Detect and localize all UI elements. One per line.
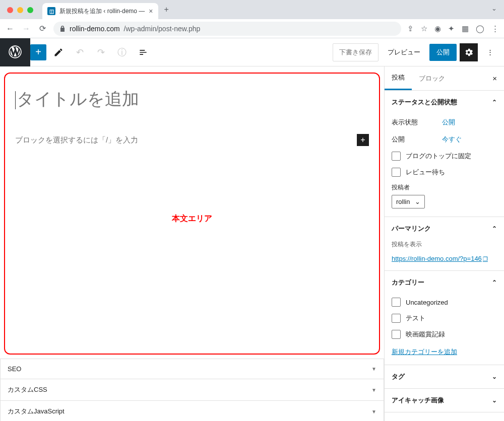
extension-icons: ⇪ ☆ ◉ ✦ ▦ ◯ ⋮ [407, 24, 499, 33]
content-area-annotation: タイトルを追加 ブロックを選択するには「/」を入力 + 本文エリア [4, 73, 380, 355]
sidebar-tabs: 投稿 ブロック × [385, 66, 504, 91]
undo-icon: ↶ [71, 43, 89, 61]
panel-status: ステータスと公開状態 ⌃ 表示状態 公開 公開 今すぐ [385, 91, 504, 217]
wordpress-logo-icon [9, 45, 22, 58]
caret-down-icon: ▼ [371, 409, 376, 414]
stick-to-top-checkbox[interactable]: ブログのトップに固定 [392, 148, 497, 164]
panel-categories-header[interactable]: カテゴリー ⌃ [385, 271, 504, 294]
add-block-button[interactable]: + [30, 44, 46, 60]
category-checkbox[interactable]: Uncategorized [392, 294, 497, 310]
chevron-down-icon: ⌄ [492, 373, 497, 380]
kebab-icon[interactable]: ⋮ [491, 24, 499, 33]
puzzle-icon[interactable]: ✦ [448, 24, 455, 33]
outline-icon[interactable] [134, 43, 152, 61]
window-controls [5, 7, 37, 19]
checkbox-icon[interactable] [392, 314, 401, 323]
panel-permalink-header[interactable]: パーマリンク ⌃ [385, 217, 504, 240]
block-placeholder[interactable]: ブロックを選択するには「/」を入力 [15, 135, 138, 145]
panel-tags: タグ ⌄ [385, 365, 504, 389]
reload-icon[interactable]: ⟳ [37, 24, 47, 33]
browser-tab[interactable]: ◫ 新規投稿を追加 ‹ rollin-demo — × [42, 3, 158, 19]
metabox-custom-css[interactable]: カスタムCSS▼ [0, 379, 384, 401]
post-title-input[interactable]: タイトルを追加 [13, 88, 371, 111]
checkbox-icon[interactable] [392, 330, 401, 339]
annotation-label: 本文エリア [172, 214, 212, 224]
publish-date-row[interactable]: 公開 今すぐ [392, 131, 497, 148]
preview-button[interactable]: プレビュー [382, 44, 426, 61]
url-host: rollin-demo.com [70, 25, 120, 33]
browser-tab-strip: ◫ 新規投稿を追加 ‹ rollin-demo — × + ⌄ [0, 0, 504, 19]
camera-icon[interactable]: ◉ [434, 24, 441, 33]
editor-header: + ↶ ↷ ⓘ 下書き保存 プレビュー 公開 ⋮ [0, 38, 504, 66]
url-field[interactable]: rollin-demo.com/wp-admin/post-new.php [53, 22, 401, 36]
settings-button[interactable] [460, 43, 478, 61]
panel-status-header[interactable]: ステータスと公開状態 ⌃ [385, 91, 504, 114]
maximize-window-icon[interactable] [27, 7, 33, 13]
category-checkbox[interactable]: 映画鑑賞記録 [392, 326, 497, 342]
lock-icon [59, 25, 66, 32]
author-select[interactable]: rollin ⌄ [392, 195, 425, 208]
redo-icon: ↷ [92, 43, 110, 61]
url-path: /wp-admin/post-new.php [124, 25, 201, 33]
address-bar: ← → ⟳ rollin-demo.com/wp-admin/post-new.… [0, 19, 504, 38]
author-label: 投稿者 [392, 183, 497, 192]
chevron-down-icon[interactable]: ⌄ [491, 5, 504, 19]
metabox-custom-js[interactable]: カスタムJavaScript▼ [0, 401, 384, 421]
meta-boxes: SEO▼ カスタムCSS▼ カスタムJavaScript▼ 投稿 [0, 359, 384, 421]
chevron-up-icon: ⌃ [492, 225, 497, 232]
tab-title: 新規投稿を追加 ‹ rollin-demo — [59, 7, 145, 16]
close-window-icon[interactable] [7, 7, 13, 13]
checkbox-icon[interactable] [392, 152, 401, 161]
tab-post[interactable]: 投稿 [385, 66, 412, 90]
panel-permalink: パーマリンク ⌃ 投稿を表示 https://rollin-demo.com/?… [385, 217, 504, 271]
panel-featured-header[interactable]: アイキャッチ画像 ⌄ [385, 389, 504, 412]
permalink-url[interactable]: https://rollin-demo.com/?p=146 [392, 255, 482, 262]
new-tab-button[interactable]: + [158, 5, 175, 19]
grid-icon[interactable]: ▦ [462, 24, 469, 33]
external-link-icon: ❐ [483, 256, 488, 262]
chevron-down-icon: ⌄ [492, 397, 497, 404]
more-menu-button[interactable]: ⋮ [481, 43, 499, 61]
checkbox-icon[interactable] [392, 298, 401, 307]
view-post-label: 投稿を表示 [392, 240, 497, 249]
chevron-down-icon: ⌄ [415, 198, 420, 205]
chevron-up-icon: ⌃ [492, 99, 497, 106]
metabox-seo[interactable]: SEO▼ [0, 359, 384, 379]
star-icon[interactable]: ☆ [421, 24, 427, 33]
checkbox-icon[interactable] [392, 168, 401, 177]
publish-button[interactable]: 公開 [429, 44, 457, 61]
visibility-row[interactable]: 表示状態 公開 [392, 114, 497, 131]
caret-down-icon: ▼ [371, 387, 376, 393]
caret-down-icon: ▼ [371, 366, 376, 372]
close-sidebar-icon[interactable]: × [485, 74, 504, 83]
info-icon[interactable]: ⓘ [113, 43, 131, 61]
add-new-category-link[interactable]: 新規カテゴリーを追加 [392, 348, 457, 356]
tab-block[interactable]: ブロック [412, 66, 452, 90]
panel-categories: カテゴリー ⌃ Uncategorized テスト 映画鑑賞記録 新規カテゴリー… [385, 271, 504, 365]
pending-review-checkbox[interactable]: レビュー待ち [392, 164, 497, 180]
avatar-icon[interactable]: ◯ [476, 24, 484, 33]
save-draft-button[interactable]: 下書き保存 [333, 43, 379, 61]
edit-mode-icon[interactable] [49, 43, 68, 61]
settings-sidebar: 投稿 ブロック × ステータスと公開状態 ⌃ 表示状態 公開 [384, 66, 504, 421]
category-checkbox[interactable]: テスト [392, 310, 497, 326]
share-icon[interactable]: ⇪ [407, 24, 414, 33]
close-tab-icon[interactable]: × [149, 7, 153, 15]
forward-icon: → [21, 24, 31, 33]
inline-add-block-button[interactable]: + [357, 134, 369, 146]
panel-tags-header[interactable]: タグ ⌄ [385, 365, 504, 388]
minimize-window-icon[interactable] [17, 7, 23, 13]
back-icon[interactable]: ← [5, 24, 15, 33]
favicon-icon: ◫ [47, 7, 55, 15]
panel-featured-image: アイキャッチ画像 ⌄ [385, 389, 504, 412]
wp-admin-bar[interactable] [0, 38, 30, 66]
chevron-up-icon: ⌃ [492, 279, 497, 286]
